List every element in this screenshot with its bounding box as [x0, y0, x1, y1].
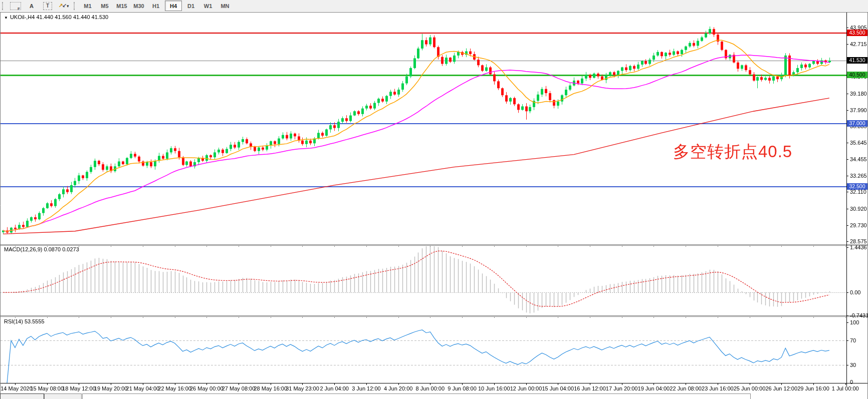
price-line-badge: 40.500	[847, 72, 867, 78]
rsi-tick-label: 70	[850, 337, 856, 343]
chart-title-text: UKOil-,H4 41.440 41.560 41.440 41.530	[10, 14, 108, 20]
price-tick-label: 37.990	[850, 107, 867, 113]
rsi-indicator-label: RSI(14) 53.5555	[4, 318, 45, 324]
chart-tab[interactable]	[82, 393, 751, 399]
price-tick-label: 33.265	[850, 173, 867, 179]
price-tick-label: 42.715	[850, 41, 867, 47]
chart-tab[interactable]	[0, 393, 44, 399]
macd-tick-label: -0.7431	[850, 312, 868, 318]
symbol-dropdown-icon[interactable]: ▼	[4, 16, 8, 20]
price-line-badge: 37.000	[847, 120, 867, 127]
price-tick-label: 32.110	[850, 189, 866, 195]
chart-title[interactable]: ▼UKOil-,H4 41.440 41.560 41.440 41.530	[4, 14, 108, 20]
rsi-tick-label: 100	[850, 319, 859, 325]
price-tick-label: 39.180	[850, 91, 867, 97]
price-tick-label: 35.645	[850, 140, 867, 146]
chart-canvas[interactable]	[0, 0, 868, 399]
macd-indicator-label: MACD(12,26,9) 0.0870 0.0273	[4, 246, 79, 252]
price-tick-label: 34.455	[850, 156, 867, 162]
price-tick-label: 28.575	[850, 238, 867, 244]
price-tick-label: 30.920	[850, 206, 867, 212]
terminal-window: F A T ↗↙ ▾ M1M5M15M30H1H4D1W1MN ▼UKOil-,…	[0, 0, 868, 399]
price-line-badge: 32.500	[847, 183, 867, 190]
rsi-tick-label: 30	[850, 362, 856, 368]
price-line-badge: 41.530	[847, 57, 867, 64]
price-line-badge: 43.500	[847, 30, 867, 36]
rsi-tick-label: 0	[850, 379, 853, 385]
chart-tab[interactable]	[44, 393, 82, 399]
macd-tick-label: 0.00	[850, 289, 860, 295]
macd-tick-label: 1.4436	[850, 244, 867, 250]
price-tick-label: 29.730	[850, 222, 867, 228]
chart-annotation-text: 多空转折点40.5	[673, 141, 792, 163]
date-axis-label: 1 Jul 00:00	[823, 385, 868, 391]
